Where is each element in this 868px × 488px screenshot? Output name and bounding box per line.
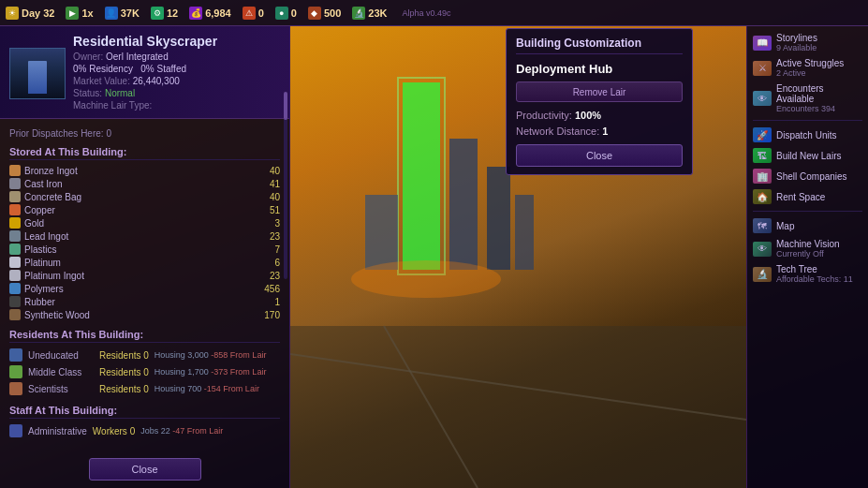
resource-icon [9,244,21,255]
resource-icon [9,217,21,229]
resource-name: Concrete Bag [24,192,81,202]
svg-rect-3 [487,167,510,270]
resident-housing: Housing 3,000 -858 From Lair [154,350,267,360]
sidebar-icon: 📖 [753,36,772,51]
building-info-panel: Residential Skyscraper Owner: Oerl Integ… [0,26,290,488]
money-icon: 💰 [189,7,202,20]
resident-row: Uneducated Residents 0 Housing 3,000 -85… [9,347,280,363]
sidebar-item-map[interactable]: 🗺 Map [747,215,868,236]
building-status: Status: Normal [73,88,280,98]
hud-research: ◆ 500 [308,7,341,20]
sidebar-item-tech-tree[interactable]: 🔬 Tech Tree Affordable Techs: 11 [747,261,868,287]
sidebar-item-title: Rent Space [776,192,862,202]
staff-workers: Workers 0 [93,426,135,436]
resource-count: 23 [252,271,280,281]
building-market-value: Market Value: 26,440,300 [73,76,280,86]
building-close-button[interactable]: Close [89,458,201,481]
sidebar-items-list: 📖 Storylines 9 Available ⚔ Active Strugg… [747,30,868,287]
sidebar-item-title: Build New Lairs [776,151,862,161]
speed-value: 1x [81,7,93,19]
resource-name: Plastics [24,244,56,255]
hud-money: 💰 6,984 [189,7,231,20]
sidebar-icon: 🚀 [753,127,772,142]
sidebar-item-sub: 9 Available [776,43,862,52]
sidebar-item-dispatch-units[interactable]: 🚀 Dispatch Units [747,125,868,145]
scroll-track[interactable] [284,92,287,279]
svg-point-6 [351,260,501,298]
productivity-stat: Productivity: 100% [516,110,683,121]
science-value: 23K [368,7,387,19]
hud-speed[interactable]: ▶ 1x [66,7,93,20]
hud-day: ☀ Day 32 [6,7,54,20]
sidebar-icon: 👁 [753,91,772,106]
sidebar-item-title: Machine Vision [776,239,862,249]
scroll-thumb[interactable] [284,92,287,120]
resource-row: Rubber 1 [9,295,280,308]
energy-value: 0 [291,7,297,19]
resource-count: 40 [252,166,280,176]
resource-count: 456 [252,284,280,294]
research-value: 500 [324,7,341,19]
right-sidebar: 📖 Storylines 9 Available ⚔ Active Strugg… [746,26,868,488]
svg-rect-5 [515,195,534,270]
customization-close-button[interactable]: Close [516,144,683,167]
remove-lair-button[interactable]: Remove Lair [516,81,683,102]
svg-rect-7 [290,326,746,488]
day-icon: ☀ [6,7,19,20]
sidebar-item-shell-companies[interactable]: 🏢 Shell Companies [747,166,868,186]
resource-row: Bronze Ingot 40 [9,164,280,177]
sidebar-item-active-struggles[interactable]: ⚔ Active Struggles 2 Active [747,55,868,81]
sidebar-item-sub: 2 Active [776,68,862,78]
hud-pop: 👤 37K [105,7,140,20]
alpha-label: Alpha v0.49c [403,8,451,18]
research-icon: ◆ [308,7,321,20]
sidebar-item-title: Storylines [776,33,862,43]
resident-icon [9,348,22,362]
sidebar-item-machine-vision[interactable]: 👁 Machine Vision Currently Off [747,236,868,261]
resource-row: Plastics 7 [9,243,280,256]
building-name: Residential Skyscraper [73,34,280,49]
alert-value: 0 [258,7,264,19]
resource-name: Rubber [24,297,55,307]
sidebar-item-encounters-available[interactable]: 👁 Encounters Available Encounters 394 [747,81,868,116]
stored-section-header: Stored At This Building: [9,146,280,160]
svg-rect-0 [403,82,440,270]
sidebar-divider [753,211,862,212]
resource-row: Lead Ingot 23 [9,229,280,243]
panel-content: Prior Dispatches Here: 0 Stored At This … [0,119,289,459]
resource-row: Platinum 6 [9,256,280,269]
jobs-value: 12 [167,7,178,19]
resource-name: Synthetic Wood [24,310,90,320]
pop-value: 37K [121,7,140,19]
resource-icon [9,165,21,176]
staff-section-header: Staff At This Building: [9,405,280,419]
sidebar-icon: 👁 [753,242,772,257]
sidebar-icon: 🗺 [753,218,772,233]
sidebar-item-build-new-lairs[interactable]: 🏗 Build New Lairs [747,145,868,166]
resident-row: Middle Class Residents 0 Housing 1,700 -… [9,363,280,380]
resource-row: Polymers 456 [9,282,280,295]
resource-name: Gold [24,218,44,229]
resource-row: Synthetic Wood 170 [9,308,280,321]
building-owner: Owner: Oerl Integrated [73,52,280,62]
sidebar-item-title: Shell Companies [776,171,862,182]
resource-icon [9,296,21,307]
staff-icon [9,424,22,437]
sidebar-item-title: Encounters Available [776,83,862,104]
sidebar-item-sub: Encounters 394 [776,104,862,113]
sidebar-item-sub: Currently Off [776,249,862,259]
top-hud: ☀ Day 32 ▶ 1x 👤 37K ⚙ 12 💰 6,984 ⚠ 0 ● 0… [0,0,868,26]
day-value: Day 32 [22,7,54,19]
prior-dispatch-info: Prior Dispatches Here: 0 [9,128,280,139]
resource-icon [9,178,21,189]
resident-icon [9,382,22,395]
sidebar-item-rent-space[interactable]: 🏠 Rent Space [747,186,868,207]
resource-list: Bronze Ingot 40 Cast Iron 41 Concrete Ba… [9,164,280,321]
resident-type: Middle Class [28,367,94,377]
staff-row: Administrative Workers 0 Jobs 22 -47 Fro… [9,422,280,439]
resident-residents-label: Residents 0 [99,367,149,377]
sidebar-item-storylines[interactable]: 📖 Storylines 9 Available [747,30,868,55]
hud-alert: ⚠ 0 [243,7,264,20]
resident-residents-label: Residents 0 [99,350,149,361]
science-icon: 🔬 [352,7,365,20]
